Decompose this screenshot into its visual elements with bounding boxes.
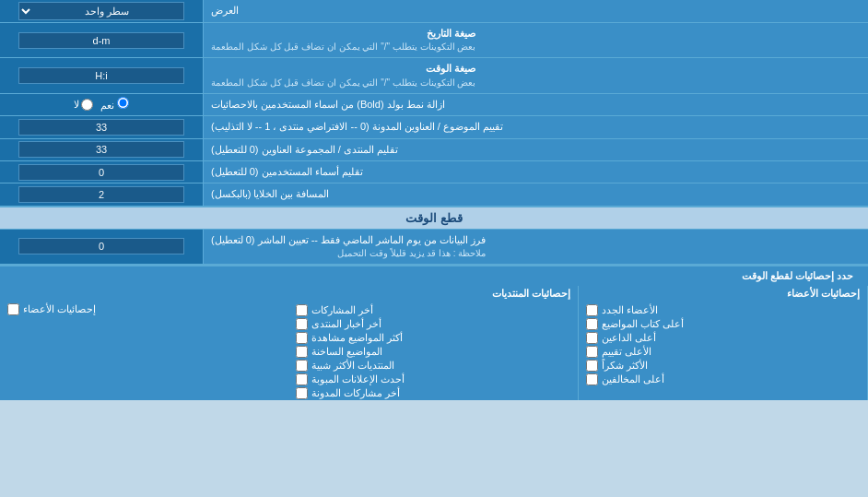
checkbox-most-viewed-label: أكثر المواضيع مشاهدة [311, 332, 403, 344]
time-format-input[interactable] [18, 67, 184, 84]
checkbox-member-stats: إحصائيات الأعضاء [7, 302, 281, 316]
bold-remove-label: ازالة نمط بولد (Bold) من اسماء المستخدمي… [203, 94, 868, 115]
time-format-label: صيغة الوقت بعض التكوينات يتطلب "/" التي … [203, 58, 868, 92]
checkbox-col-forums: إحصائيات المنتديات أخر المشاركات أخر أخب… [288, 286, 578, 400]
checkbox-latest-classified-label: أحدث الإعلانات المبوبة [311, 373, 405, 385]
cell-spacing-input[interactable] [18, 186, 184, 203]
checkbox-hot-topics-input[interactable] [296, 346, 308, 358]
sort-forum-label: تقليم المنتدى / المجموعة العناوين (0 للت… [203, 139, 868, 160]
checkbox-top-authors-label: أعلى كتاب المواضيع [602, 318, 684, 330]
sort-topics-input-cell [0, 116, 203, 137]
radio-no-label: لا [74, 99, 93, 111]
checkbox-top-rated-label: الأعلى تقييم [602, 346, 651, 358]
checkbox-last-news-label: أخر أخبار المنتدى [311, 318, 381, 330]
col2-header: إحصائيات المنتديات [296, 286, 569, 303]
col3-header: إحصائيات الأعضاء [586, 286, 860, 303]
checkbox-last-news-input[interactable] [296, 318, 308, 330]
cell-spacing-input-cell [0, 183, 203, 205]
checkbox-new-members: الأعضاء الجدد [586, 303, 860, 317]
sort-usernames-input[interactable] [18, 164, 184, 181]
sort-topics-label: تقييم الموضوع / العناوين المدونة (0 -- ا… [203, 116, 868, 137]
checkbox-top-inviters: أعلى الداعين [586, 331, 860, 345]
time-filter-input-cell [0, 230, 203, 264]
checkbox-top-inviters-label: أعلى الداعين [602, 332, 656, 344]
checkbox-top-authors: أعلى كتاب المواضيع [586, 317, 860, 331]
checkbox-most-thanks-input[interactable] [586, 360, 598, 372]
cell-spacing-label: المسافة بين الخلايا (بالبكسل) [203, 183, 868, 205]
checkbox-last-blog-label: أخر مشاركات المدونة [311, 387, 400, 399]
display-dropdown[interactable]: سطر واحدسطرينثلاثة أسطر [18, 2, 184, 20]
checkbox-hot-topics: المواضيع الساخنة [296, 345, 569, 359]
time-filter-label: فرز البيانات من يوم الماشر الماضي فقط --… [203, 230, 868, 264]
checkbox-most-similar-input[interactable] [296, 360, 308, 372]
checkbox-top-rated: الأعلى تقييم [586, 345, 860, 359]
checkbox-top-violators: أعلى المخالفين [586, 373, 860, 386]
checkbox-most-similar-label: المنتديات الأكثر شبية [311, 360, 394, 372]
date-format-row: صيغة التاريخ بعض التكوينات يتطلب "/" الت… [0, 23, 868, 58]
checkbox-last-posts-label: أخر المشاركات [311, 304, 373, 316]
checkbox-most-viewed-input[interactable] [296, 332, 308, 344]
bold-remove-input-cell: نعم لا [0, 94, 203, 115]
checkbox-most-viewed: أكثر المواضيع مشاهدة [296, 331, 569, 345]
checkbox-hot-topics-label: المواضيع الساخنة [311, 346, 382, 358]
checkbox-last-blog: أخر مشاركات المدونة [296, 386, 569, 400]
date-format-input[interactable] [18, 32, 184, 49]
checkbox-last-posts: أخر المشاركات [296, 303, 569, 317]
checkbox-latest-classified: أحدث الإعلانات المبوبة [296, 373, 569, 386]
sort-forum-input[interactable] [18, 141, 184, 158]
checkbox-most-thanks-label: الأكثر شكراً [602, 360, 648, 372]
checkboxes-columns: إحصائيات الأعضاء الأعضاء الجدد أعلى كتاب… [0, 286, 868, 400]
checkbox-member-stats-input[interactable] [7, 303, 19, 315]
checkbox-last-news: أخر أخبار المنتدى [296, 317, 569, 331]
checkboxes-top-row: حدد إحصائيات لقطع الوقت [0, 266, 868, 286]
checkbox-top-inviters-input[interactable] [586, 332, 598, 344]
bold-remove-row: ازالة نمط بولد (Bold) من اسماء المستخدمي… [0, 94, 868, 116]
display-label: العرض [203, 0, 868, 22]
checkbox-top-authors-input[interactable] [586, 318, 598, 330]
sort-usernames-label: تقليم أسماء المستخدمين (0 للتعطيل) [203, 161, 868, 183]
sort-forum-row: تقليم المنتدى / المجموعة العناوين (0 للت… [0, 139, 868, 161]
checkbox-top-violators-input[interactable] [586, 373, 598, 385]
date-format-input-cell [0, 23, 203, 57]
checkbox-most-thanks: الأكثر شكراً [586, 359, 860, 373]
header-row: العرض سطر واحدسطرينثلاثة أسطر [0, 0, 868, 23]
col1-header [7, 286, 281, 302]
checkboxes-title: حدد إحصائيات لقطع الوقت [0, 268, 861, 284]
radio-yes-label: نعم [100, 97, 129, 112]
checkbox-top-rated-input[interactable] [586, 346, 598, 358]
sort-usernames-input-cell [0, 161, 203, 183]
sort-forum-input-cell [0, 139, 203, 160]
time-format-row: صيغة الوقت بعض التكوينات يتطلب "/" التي … [0, 58, 868, 93]
checkbox-col-extra: إحصائيات الأعضاء [0, 286, 288, 400]
checkbox-last-blog-input[interactable] [296, 387, 308, 399]
time-filter-input[interactable] [18, 238, 184, 254]
date-format-label: صيغة التاريخ بعض التكوينات يتطلب "/" الت… [203, 23, 868, 57]
time-section-title: قطع الوقت [0, 207, 868, 229]
checkbox-most-similar: المنتديات الأكثر شبية [296, 359, 569, 373]
bold-radio-group: نعم لا [74, 97, 129, 112]
checkbox-top-violators-label: أعلى المخالفين [602, 373, 664, 385]
sort-topics-row: تقييم الموضوع / العناوين المدونة (0 -- ا… [0, 116, 868, 138]
checkbox-latest-classified-input[interactable] [296, 373, 308, 385]
checkbox-new-members-input[interactable] [586, 304, 598, 316]
sort-usernames-row: تقليم أسماء المستخدمين (0 للتعطيل) [0, 161, 868, 183]
cell-spacing-row: المسافة بين الخلايا (بالبكسل) [0, 183, 868, 206]
checkboxes-section: حدد إحصائيات لقطع الوقت إحصائيات الأعضاء… [0, 265, 868, 400]
checkbox-last-posts-input[interactable] [296, 304, 308, 316]
time-filter-row: فرز البيانات من يوم الماشر الماضي فقط --… [0, 230, 868, 265]
time-format-input-cell [0, 58, 203, 92]
checkbox-new-members-label: الأعضاء الجدد [602, 304, 658, 316]
display-dropdown-cell: سطر واحدسطرينثلاثة أسطر [0, 0, 203, 22]
checkbox-member-stats-label: إحصائيات الأعضاء [23, 303, 96, 315]
radio-yes[interactable] [117, 97, 129, 109]
sort-topics-input[interactable] [18, 119, 184, 136]
time-section-header: قطع الوقت [0, 207, 868, 230]
checkbox-col-members: إحصائيات الأعضاء الأعضاء الجدد أعلى كتاب… [579, 286, 868, 400]
radio-no[interactable] [81, 99, 93, 111]
